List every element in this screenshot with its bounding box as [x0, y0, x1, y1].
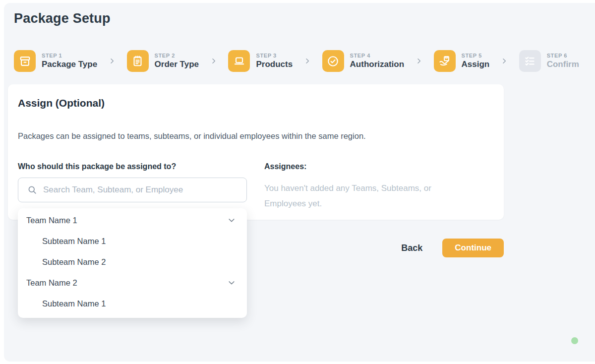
dropdown-team-row[interactable]: Team Name 2 [18, 272, 247, 293]
step-label: STEP 5 [462, 53, 490, 59]
step-name: Products [256, 60, 293, 69]
search-icon [27, 185, 37, 195]
package-box-icon [14, 50, 36, 72]
chevron-down-icon [227, 278, 236, 287]
subteam-name: Subteam Name 1 [42, 299, 236, 308]
dropdown-team-row[interactable]: Team Name 1 [18, 210, 247, 231]
notepad-icon [127, 50, 149, 72]
stepper-step-products[interactable]: STEP 3 Products [228, 50, 293, 72]
assignees-empty-text: You haven't added any Teams, Subteams, o… [264, 181, 473, 211]
stepper-step-order-type[interactable]: STEP 2 Order Type [127, 50, 199, 72]
checklist-icon [519, 50, 541, 72]
chevron-down-icon [227, 216, 236, 225]
team-name: Team Name 2 [26, 278, 227, 288]
chevron-right-icon [500, 57, 508, 65]
subteam-name: Subteam Name 2 [42, 257, 236, 267]
wizard-stepper: STEP 1 Package Type STEP 2 Order Type [14, 50, 579, 72]
assignees-label: Assignees: [264, 162, 306, 171]
page-title: Package Setup [14, 11, 111, 26]
hand-box-icon [434, 50, 456, 72]
step-name: Confirm [547, 60, 579, 69]
assign-question-label: Who should this package be assigned to? [18, 162, 176, 171]
step-label: STEP 2 [155, 53, 199, 59]
chevron-right-icon [108, 57, 116, 65]
stepper-step-authorization[interactable]: STEP 4 Authorization [322, 50, 405, 72]
assignee-dropdown: Team Name 1 Subteam Name 1 Subteam Name … [18, 208, 247, 318]
dropdown-subteam-row[interactable]: Subteam Name 2 [18, 251, 247, 272]
dropdown-subteam-row[interactable]: Subteam Name 1 [18, 293, 247, 314]
step-label: STEP 3 [256, 53, 293, 59]
team-name: Team Name 1 [26, 216, 227, 225]
status-dot [571, 337, 578, 344]
step-name: Package Type [42, 60, 97, 69]
stepper-step-package-type[interactable]: STEP 1 Package Type [14, 50, 97, 72]
step-name: Order Type [155, 60, 199, 69]
chevron-right-icon [415, 57, 423, 65]
step-name: Authorization [350, 60, 405, 69]
step-label: STEP 1 [42, 53, 97, 59]
continue-button[interactable]: Continue [442, 239, 504, 257]
chevron-right-icon [210, 57, 218, 65]
card-heading: Assign (Optional) [18, 97, 105, 109]
back-button[interactable]: Back [401, 243, 422, 253]
step-name: Assign [462, 60, 490, 69]
card-description: Packages can be assigned to teams, subte… [18, 131, 366, 141]
chevron-right-icon [303, 57, 311, 65]
package-setup-page: Package Setup STEP 1 Package Type [0, 0, 595, 364]
check-circle-icon [322, 50, 344, 72]
dropdown-subteam-row[interactable]: Subteam Name 1 [18, 231, 247, 251]
step-label: STEP 4 [350, 53, 405, 59]
step-label: STEP 6 [547, 53, 579, 59]
laptop-icon [228, 50, 250, 72]
stepper-step-confirm[interactable]: STEP 6 Confirm [519, 50, 579, 72]
subteam-name: Subteam Name 1 [42, 237, 236, 246]
assignee-search-box [18, 178, 247, 202]
assignee-search-input[interactable] [43, 185, 239, 195]
stepper-step-assign[interactable]: STEP 5 Assign [434, 50, 490, 72]
